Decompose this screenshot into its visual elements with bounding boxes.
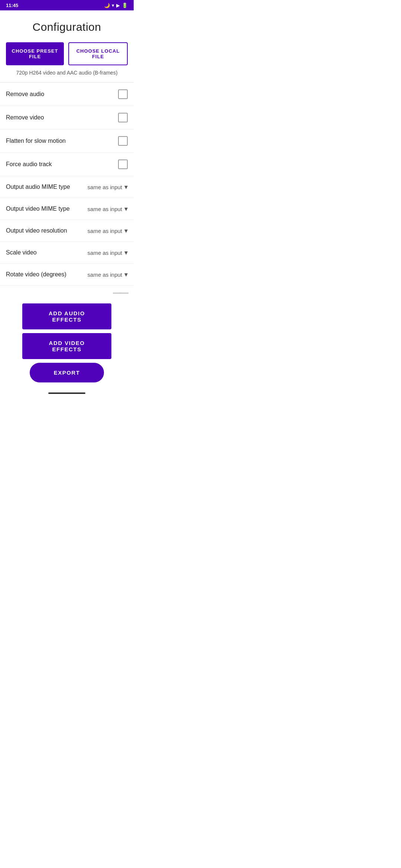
option-output-audio-mime-dropdown[interactable]: same as input ▾	[88, 183, 128, 191]
option-output-video-resolution-dropdown[interactable]: same as input ▾	[88, 227, 128, 235]
option-remove-video-checkbox[interactable]	[118, 113, 128, 122]
status-bar: 11:45 🌙 ▾ ▶ 🔋	[0, 0, 134, 10]
chevron-down-icon-2: ▾	[124, 205, 128, 213]
option-rotate-video-value: same as input	[88, 272, 122, 278]
option-remove-audio-label: Remove audio	[6, 91, 118, 98]
option-output-audio-mime-value: same as input	[88, 184, 122, 190]
chevron-down-icon-5: ▾	[124, 270, 128, 279]
action-buttons: ADD AUDIO EFFECTS ADD VIDEO EFFECTS EXPO…	[0, 298, 134, 390]
option-output-video-mime: Output video MIME type same as input ▾	[0, 198, 134, 220]
option-flatten-slow-motion-label: Flatten for slow motion	[6, 138, 118, 144]
choose-local-file-button[interactable]: CHOOSE LOCAL FILE	[68, 42, 128, 65]
status-moon-icon: 🌙	[104, 3, 110, 8]
chevron-down-icon: ▾	[124, 183, 128, 191]
option-scale-video-dropdown[interactable]: same as input ▾	[88, 249, 128, 257]
option-output-video-mime-value: same as input	[88, 206, 122, 212]
option-output-video-resolution-label: Output video resolution	[6, 227, 88, 234]
option-scale-video-label: Scale video	[6, 249, 88, 256]
file-buttons-row: CHOOSE PRESET FILE CHOOSE LOCAL FILE	[0, 39, 134, 68]
option-output-video-resolution: Output video resolution same as input ▾	[0, 220, 134, 242]
option-flatten-slow-motion-checkbox[interactable]	[118, 136, 128, 146]
option-remove-video-label: Remove video	[6, 114, 118, 121]
page-header: Configuration	[0, 10, 134, 39]
status-signal-icon: ▶	[116, 3, 120, 8]
preset-description: 720p H264 video and AAC audio (B-frames)	[0, 68, 134, 82]
option-output-video-mime-dropdown[interactable]: same as input ▾	[88, 205, 128, 213]
choose-preset-file-button[interactable]: CHOOSE PRESET FILE	[6, 42, 64, 65]
options-list: Remove audio Remove video Flatten for sl…	[0, 83, 134, 286]
option-output-audio-mime-label: Output audio MIME type	[6, 184, 88, 190]
status-time: 11:45	[6, 3, 18, 8]
option-rotate-video-dropdown[interactable]: same as input ▾	[88, 270, 128, 279]
status-wifi-icon: ▾	[112, 3, 114, 8]
chevron-down-icon-4: ▾	[124, 249, 128, 257]
option-remove-audio: Remove audio	[0, 83, 134, 106]
option-scale-video-value: same as input	[88, 250, 122, 256]
option-remove-audio-checkbox[interactable]	[118, 89, 128, 99]
chevron-down-icon-3: ▾	[124, 227, 128, 235]
scroll-indicator: — —	[0, 286, 134, 298]
option-remove-video: Remove video	[0, 106, 134, 129]
home-bar	[48, 392, 85, 394]
option-rotate-video: Rotate video (degrees) same as input ▾	[0, 264, 134, 286]
add-audio-effects-button[interactable]: ADD AUDIO EFFECTS	[22, 303, 111, 329]
option-flatten-slow-motion: Flatten for slow motion	[0, 129, 134, 153]
option-scale-video: Scale video same as input ▾	[0, 242, 134, 264]
option-force-audio-track: Force audio track	[0, 153, 134, 176]
option-force-audio-track-checkbox[interactable]	[118, 160, 128, 169]
option-output-video-mime-label: Output video MIME type	[6, 206, 88, 212]
option-output-audio-mime: Output audio MIME type same as input ▾	[0, 176, 134, 198]
option-rotate-video-label: Rotate video (degrees)	[6, 271, 88, 278]
option-force-audio-track-label: Force audio track	[6, 161, 118, 168]
option-output-video-resolution-value: same as input	[88, 228, 122, 234]
status-battery-icon: 🔋	[122, 3, 128, 8]
home-indicator	[0, 390, 134, 399]
export-button[interactable]: EXPORT	[30, 363, 104, 382]
page-title: Configuration	[6, 21, 128, 33]
add-video-effects-button[interactable]: ADD VIDEO EFFECTS	[22, 333, 111, 359]
status-icons: 🌙 ▾ ▶ 🔋	[104, 3, 128, 8]
